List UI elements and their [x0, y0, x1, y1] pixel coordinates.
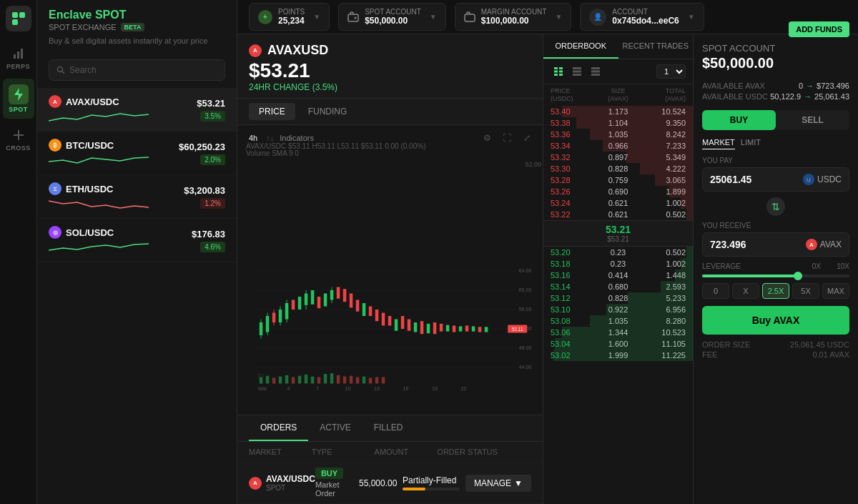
- timeframe-4h[interactable]: 4h: [246, 132, 260, 144]
- btc-price: $60,250.23: [179, 142, 225, 152]
- lev-btn-x[interactable]: X: [732, 283, 759, 299]
- svg-rect-51: [369, 307, 373, 317]
- bid-size: 0.680: [596, 282, 641, 291]
- sell-tab[interactable]: SELL: [776, 110, 849, 130]
- bid-row[interactable]: 53.10 0.922 6.956: [543, 304, 693, 315]
- ask-row[interactable]: 53.30 0.828 4.222: [543, 163, 693, 174]
- search-box[interactable]: [49, 59, 225, 81]
- sidebar-item-cross[interactable]: CROSS: [3, 122, 34, 157]
- bid-row[interactable]: 53.20 0.23 0.502: [543, 247, 693, 258]
- market-subtitle: SPOT EXCHANGE BETA: [49, 23, 225, 31]
- you-pay-currency: U USDC: [803, 174, 842, 185]
- ask-row[interactable]: 53.34 0.966 7.233: [543, 140, 693, 152]
- market-item-sol[interactable]: ◎ SOL/USDC $176.83 4.6%: [37, 219, 237, 262]
- manage-button[interactable]: MANAGE ▼: [465, 475, 531, 492]
- bid-row[interactable]: 53.12 0.828 5.233: [543, 292, 693, 304]
- lev-btn-0[interactable]: 0: [702, 283, 729, 299]
- market-item-eth[interactable]: Ξ ETH/USDC $3,200.83 1.2%: [37, 175, 237, 219]
- spot-account-item[interactable]: SPOT ACCOUNT $50,000.00 ▼: [338, 3, 446, 31]
- eth-change: 1.2%: [200, 198, 225, 209]
- bid-row[interactable]: 53.16 0.414 1.448: [543, 270, 693, 281]
- market-item-avax[interactable]: A AVAX/USDC $53.21 3.5%: [37, 88, 237, 132]
- spot-account-label: SPOT ACCOUNT: [365, 8, 421, 16]
- svg-text:7: 7: [316, 385, 319, 392]
- ask-row[interactable]: 53.32 0.897 5.349: [543, 152, 693, 163]
- you-pay-field[interactable]: 25061.45 U USDC: [702, 167, 849, 192]
- market-title: Enclave SPOT: [49, 9, 225, 21]
- margin-account-item[interactable]: MARGIN ACCOUNT $100,000.00 ▼: [455, 3, 572, 31]
- ask-row[interactable]: 53.26 0.690 1.899: [543, 186, 693, 197]
- bid-row[interactable]: 53.06 1.344 10.523: [543, 327, 693, 338]
- eth-sparkline: [49, 198, 184, 211]
- tab-orderbook[interactable]: ORDERBOOK: [543, 34, 618, 59]
- ask-row[interactable]: 53.38 1.104 9.350: [543, 117, 693, 129]
- indicators-btn[interactable]: Indicators: [280, 134, 314, 142]
- market-item-btc[interactable]: ₿ BTC/USDC $60,250.23 2.0%: [37, 132, 237, 175]
- svg-rect-48: [350, 294, 353, 308]
- buy-tab[interactable]: BUY: [702, 110, 776, 130]
- svg-rect-43: [324, 294, 327, 307]
- fee-value: 0.01 AVAX: [812, 350, 849, 359]
- ask-row[interactable]: 53.24 0.621 1.002: [543, 197, 693, 209]
- sol-coin-icon: ◎: [49, 226, 61, 239]
- market-order-tab[interactable]: MARKET: [702, 136, 735, 149]
- svg-rect-2: [12, 19, 18, 25]
- sidebar-item-perps[interactable]: PERPS: [3, 40, 34, 76]
- leverage-slider[interactable]: [702, 275, 849, 277]
- ask-row[interactable]: 53.22 0.621 0.502: [543, 209, 693, 220]
- ask-row[interactable]: 53.40 1.173 10.524: [543, 106, 693, 117]
- add-funds-button[interactable]: ADD FUNDS: [789, 21, 849, 37]
- sidebar-item-spot[interactable]: SPOT: [3, 79, 34, 119]
- tab-recent-trades[interactable]: RECENT TRADES: [618, 34, 694, 59]
- svg-rect-82: [324, 374, 327, 384]
- ask-row[interactable]: 53.36 1.035 8.242: [543, 129, 693, 140]
- bid-row[interactable]: 53.08 1.035 8.280: [543, 315, 693, 327]
- chart-settings-icon[interactable]: ⚙: [480, 131, 494, 145]
- ob-spread-sub: $53.21: [546, 235, 690, 243]
- tab-price[interactable]: PRICE: [249, 103, 295, 120]
- you-receive-field[interactable]: 723.496 A AVAX: [702, 232, 849, 257]
- chart-area: A AVAXUSD $53.21 24HR CHANGE (3.5%) PRIC…: [237, 34, 543, 504]
- search-input[interactable]: [69, 65, 217, 75]
- bid-row[interactable]: 53.18 0.23 1.002: [543, 258, 693, 270]
- market-item-right-eth: $3,200.83 1.2%: [184, 185, 225, 209]
- limit-order-tab[interactable]: LIMIT: [741, 136, 761, 149]
- ask-row[interactable]: 53.28 0.759 3.065: [543, 174, 693, 186]
- buy-action-button[interactable]: Buy AVAX: [702, 306, 849, 335]
- bid-row[interactable]: 53.04 1.600 11.105: [543, 338, 693, 350]
- svg-rect-75: [279, 377, 282, 384]
- ob-view-asks-icon[interactable]: [569, 64, 585, 79]
- swap-button[interactable]: ⇅: [766, 197, 785, 216]
- bid-row[interactable]: 53.02 1.999 11.225: [543, 350, 693, 361]
- ob-size-select[interactable]: 1: [656, 64, 686, 79]
- ask-size: 0.828: [596, 164, 641, 173]
- svg-rect-0: [12, 12, 18, 18]
- chart-tabs: PRICE FUNDING: [237, 99, 543, 125]
- svg-rect-68: [478, 327, 482, 332]
- chart-fullscreen-icon[interactable]: ⤢: [520, 131, 534, 145]
- avax-arrow-icon: →: [806, 81, 814, 90]
- tab-funding[interactable]: FUNDING: [298, 103, 358, 120]
- account-item[interactable]: 👤 ACCOUNT 0x745do4...eeC6 ▼: [580, 3, 704, 31]
- tab-orders[interactable]: ORDERS: [249, 415, 308, 441]
- lev-btn-5x[interactable]: 5X: [792, 283, 819, 299]
- market-item-right-btc: $60,250.23 2.0%: [179, 142, 225, 165]
- ask-price: 53.36: [551, 130, 596, 139]
- points-item[interactable]: + POINTS 25,234 ▼: [249, 3, 330, 31]
- tab-active[interactable]: ACTIVE: [308, 415, 362, 441]
- svg-rect-62: [440, 324, 443, 332]
- col-market-header: MARKET: [249, 448, 312, 456]
- ob-view-both-icon[interactable]: [551, 64, 566, 79]
- tab-filled[interactable]: FILLED: [363, 415, 415, 441]
- lev-btn-2x[interactable]: 2.5X: [762, 283, 789, 299]
- ob-view-bids-icon[interactable]: [588, 64, 603, 79]
- avax-coin-icon: A: [49, 95, 61, 108]
- spot-account-panel-label: SPOT ACCOUNT: [702, 43, 775, 54]
- ask-size: 0.690: [596, 187, 641, 196]
- svg-marker-7: [14, 88, 23, 101]
- market-item-right-sol: $176.83 4.6%: [192, 229, 225, 252]
- chart-expand-icon[interactable]: ⛶: [500, 131, 514, 145]
- ob-toolbar: 1: [543, 59, 693, 84]
- lev-btn-max[interactable]: MAX: [822, 283, 849, 299]
- bid-row[interactable]: 53.14 0.680 2.593: [543, 281, 693, 292]
